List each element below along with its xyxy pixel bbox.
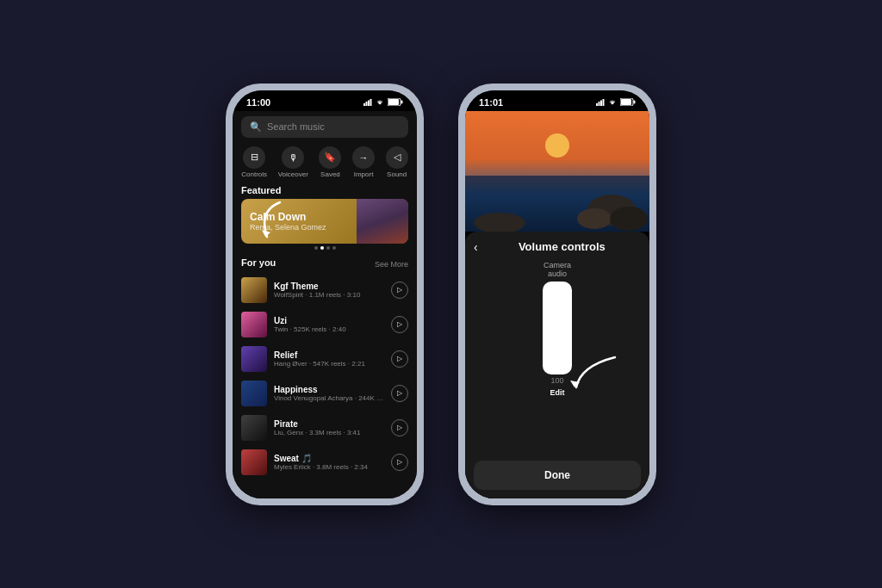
svg-rect-8 [596, 103, 598, 106]
song-meta-3: Vinod Venugopal Acharya · 244K ree... [274, 394, 384, 402]
search-icon: 🔍 [250, 121, 262, 133]
phone-2: 11:01 [458, 84, 656, 505]
volume-header: ‹ Volume controls [474, 240, 641, 254]
sound-icon: ◁ [386, 146, 408, 169]
svg-rect-14 [634, 101, 636, 104]
controls-icon: ⊟ [243, 146, 265, 169]
song-info-1: Uzi Twin · 525K reels · 2:40 [274, 316, 384, 333]
volume-panel: ‹ Volume controls Camera audio 100 Edit [465, 232, 649, 498]
svg-rect-5 [388, 99, 399, 105]
list-item[interactable]: Uzi Twin · 525K reels · 2:40 ▷ [233, 307, 417, 342]
song-meta-5: Myles Erlick · 3.8M reels · 2:34 [274, 463, 384, 471]
back-button[interactable]: ‹ [474, 240, 478, 254]
battery-icon [388, 98, 403, 106]
carousel-dots [241, 246, 408, 250]
song-info-5: Sweat 🎵 Myles Erlick · 3.8M reels · 2:34 [274, 454, 384, 471]
list-item[interactable]: Relief Hang Øver · 547K reels · 2:21 ▷ [233, 342, 417, 376]
battery-icon-2 [620, 98, 636, 106]
play-btn-4[interactable]: ▷ [391, 419, 408, 436]
list-item[interactable]: Sweat 🎵 Myles Erlick · 3.8M reels · 2:34… [233, 445, 417, 480]
song-title-3: Happiness [274, 385, 384, 394]
arrow-area [474, 400, 641, 418]
status-bar-2: 11:01 [465, 90, 649, 111]
done-button[interactable]: Done [474, 461, 641, 490]
play-btn-3[interactable]: ▷ [391, 385, 408, 402]
song-info-0: Kgf Theme WolfSpirit · 1.1M reels · 3:10 [274, 282, 384, 299]
play-btn-2[interactable]: ▷ [391, 350, 408, 368]
tab-saved[interactable]: 🔖 Saved [319, 146, 341, 178]
song-title-0: Kgf Theme [274, 282, 384, 291]
tab-import[interactable]: → Import [352, 146, 375, 178]
for-you-title: For you [241, 257, 276, 268]
song-thumb-0 [241, 277, 267, 303]
song-title-2: Relief [274, 350, 384, 360]
phone-1: 11:00 🔍 Search music ⊟ Controls 🎙 Voiceo… [226, 84, 424, 505]
song-meta-2: Hang Øver · 547K reels · 2:21 [274, 360, 384, 368]
video-preview [465, 111, 649, 232]
svg-rect-9 [599, 102, 600, 106]
song-meta-1: Twin · 525K reels · 2:40 [274, 325, 384, 333]
play-btn-1[interactable]: ▷ [391, 316, 408, 333]
music-list: Kgf Theme WolfSpirit · 1.1M reels · 3:10… [233, 273, 417, 498]
camera-audio-label: Camera audio [543, 261, 571, 278]
featured-section: Featured Calm Down Rema, Selena Gomez [233, 182, 417, 256]
song-info-2: Relief Hang Øver · 547K reels · 2:21 [274, 350, 384, 368]
status-bar-1: 11:00 [233, 90, 417, 111]
featured-card[interactable]: Calm Down Rema, Selena Gomez [241, 199, 408, 244]
voiceover-icon: 🎙 [282, 146, 304, 169]
tabs-row: ⊟ Controls 🎙 Voiceover 🔖 Saved → Import … [233, 143, 417, 182]
see-more-button[interactable]: See More [375, 260, 408, 269]
featured-song-title: Calm Down [250, 211, 306, 223]
for-you-header: For you See More [233, 256, 417, 273]
svg-rect-13 [621, 99, 631, 105]
song-title-5: Sweat 🎵 [274, 454, 384, 463]
saved-icon: 🔖 [319, 146, 341, 169]
import-icon: → [352, 146, 375, 169]
svg-rect-3 [370, 99, 372, 106]
song-thumb-4 [241, 415, 267, 441]
play-btn-0[interactable]: ▷ [391, 282, 408, 299]
featured-title: Featured [241, 185, 408, 195]
tab-sound[interactable]: ◁ Sound [386, 146, 408, 178]
status-time-1: 11:00 [246, 97, 270, 108]
dot-1 [314, 246, 318, 250]
svg-point-19 [577, 208, 612, 229]
dot-4 [332, 246, 336, 250]
tab-controls[interactable]: ⊟ Controls [241, 146, 267, 178]
wifi-icon [376, 99, 384, 106]
signal-icon-2 [596, 99, 605, 106]
dot-2 [320, 246, 324, 250]
song-thumb-2 [241, 346, 267, 372]
search-input[interactable]: Search music [267, 121, 325, 132]
volume-title: Volume controls [483, 240, 641, 253]
volume-controls-area: Camera audio 100 Edit [474, 261, 641, 461]
song-thumb-5 [241, 449, 267, 475]
song-title-1: Uzi [274, 316, 384, 325]
song-info-4: Pirate Liu, Genx · 3.3M reels · 3:41 [274, 419, 384, 436]
song-meta-0: WolfSpirit · 1.1M reels · 3:10 [274, 291, 384, 299]
edit-label[interactable]: Edit [550, 388, 565, 397]
list-item[interactable]: Pirate Liu, Genx · 3.3M reels · 3:41 ▷ [233, 411, 417, 445]
list-item[interactable]: Happiness Vinod Venugopal Acharya · 244K… [233, 376, 417, 411]
featured-thumbnail [357, 199, 408, 244]
svg-rect-1 [366, 102, 368, 106]
list-item[interactable]: Kgf Theme WolfSpirit · 1.1M reels · 3:10… [233, 273, 417, 307]
svg-rect-10 [600, 100, 602, 106]
status-icons-1 [363, 98, 403, 106]
status-icons-2 [596, 98, 636, 106]
svg-rect-2 [368, 100, 370, 106]
search-bar[interactable]: 🔍 Search music [241, 116, 408, 138]
play-btn-5[interactable]: ▷ [391, 454, 408, 471]
featured-song-artist: Rema, Selena Gomez [250, 223, 326, 232]
song-meta-4: Liu, Genx · 3.3M reels · 3:41 [274, 429, 384, 436]
tab-voiceover[interactable]: 🎙 Voiceover [278, 146, 308, 178]
signal-icon [363, 99, 372, 106]
svg-point-16 [545, 133, 569, 158]
song-info-3: Happiness Vinod Venugopal Acharya · 244K… [274, 385, 384, 402]
svg-rect-0 [363, 103, 365, 106]
video-scene [465, 111, 649, 232]
svg-rect-6 [401, 101, 403, 104]
svg-point-20 [610, 207, 648, 231]
status-time-2: 11:01 [479, 97, 503, 108]
svg-rect-11 [603, 99, 605, 106]
